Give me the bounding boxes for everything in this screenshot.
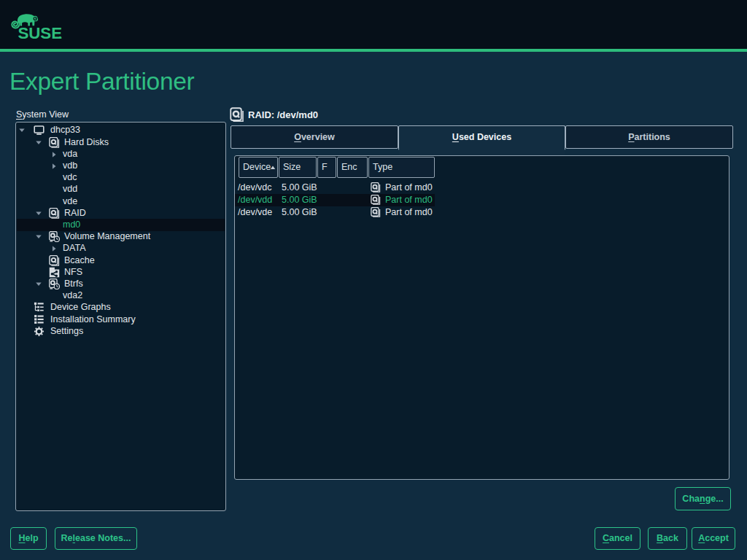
svg-text:SUSE: SUSE xyxy=(18,24,62,41)
